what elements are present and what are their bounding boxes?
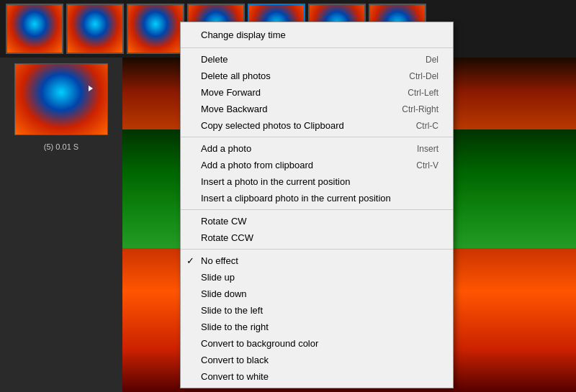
menu-item-slide-left[interactable]: Slide to the left bbox=[181, 302, 453, 319]
menu-item-no-effect-label: No effect bbox=[201, 255, 238, 266]
menu-item-no-effect[interactable]: ✓ No effect bbox=[181, 252, 453, 269]
menu-item-delete-all-label: Delete all photos bbox=[201, 70, 271, 81]
menu-item-rotate-ccw[interactable]: Rotate CCW bbox=[181, 229, 453, 246]
menu-item-copy-clipboard-shortcut: Ctrl-C bbox=[416, 121, 438, 131]
menu-item-add-from-clipboard-label: Add a photo from clipboard bbox=[201, 160, 313, 170]
separator-2 bbox=[181, 137, 453, 137]
menu-item-add-from-clipboard-shortcut: Ctrl-V bbox=[416, 160, 438, 170]
menu-item-rotate-cw-label: Rotate CW bbox=[201, 216, 247, 227]
menu-item-move-forward[interactable]: Move Forward Ctrl-Left bbox=[181, 84, 453, 101]
menu-item-delete-all[interactable]: Delete all photos Ctrl-Del bbox=[181, 68, 453, 84]
menu-item-add-from-clipboard[interactable]: Add a photo from clipboard Ctrl-V bbox=[181, 157, 453, 173]
menu-item-move-backward-shortcut: Ctrl-Right bbox=[402, 104, 438, 114]
menu-item-convert-white-label: Convert to white bbox=[201, 371, 269, 382]
thumbnail-label: (5) 0.01 S bbox=[44, 142, 78, 151]
menu-item-move-forward-shortcut: Ctrl-Left bbox=[408, 88, 438, 98]
menu-item-convert-black[interactable]: Convert to black bbox=[181, 352, 453, 368]
menu-item-slide-up[interactable]: Slide up bbox=[181, 269, 453, 286]
separator-1 bbox=[181, 47, 453, 48]
menu-item-insert-current[interactable]: Insert a photo in the current position bbox=[181, 173, 453, 190]
check-icon: ✓ bbox=[186, 255, 194, 266]
menu-item-add-photo[interactable]: Add a photo Insert bbox=[181, 140, 453, 157]
menu-item-move-backward-label: Move Backward bbox=[201, 104, 267, 114]
context-menu: Change display time Delete Del Delete al… bbox=[180, 22, 454, 388]
menu-item-insert-current-label: Insert a photo in the current position bbox=[201, 176, 350, 187]
thumbnail-3[interactable] bbox=[127, 4, 184, 54]
menu-item-delete-shortcut: Del bbox=[426, 55, 438, 65]
selected-thumbnail-preview bbox=[14, 63, 108, 135]
menu-item-delete-all-shortcut: Ctrl-Del bbox=[409, 71, 438, 81]
menu-item-insert-clipboard-current[interactable]: Insert a clipboard photo in the current … bbox=[181, 190, 453, 206]
menu-item-rotate-cw[interactable]: Rotate CW bbox=[181, 213, 453, 229]
menu-item-slide-up-label: Slide up bbox=[201, 272, 235, 283]
menu-item-change-display-time[interactable]: Change display time bbox=[181, 25, 453, 45]
menu-item-convert-bg[interactable]: Convert to background color bbox=[181, 335, 453, 352]
menu-item-add-photo-shortcut: Insert bbox=[417, 144, 438, 154]
menu-item-convert-bg-label: Convert to background color bbox=[201, 338, 318, 349]
menu-item-rotate-ccw-label: Rotate CCW bbox=[201, 232, 253, 243]
menu-item-move-backward[interactable]: Move Backward Ctrl-Right bbox=[181, 101, 453, 117]
separator-4 bbox=[181, 249, 453, 250]
separator-3 bbox=[181, 209, 453, 210]
menu-item-slide-down-label: Slide down bbox=[201, 288, 247, 299]
menu-item-copy-clipboard[interactable]: Copy selected photos to Clipboard Ctrl-C bbox=[181, 117, 453, 134]
menu-item-convert-black-label: Convert to black bbox=[201, 355, 269, 365]
menu-item-slide-right[interactable]: Slide to the right bbox=[181, 319, 453, 335]
menu-item-add-photo-label: Add a photo bbox=[201, 143, 251, 154]
left-panel: (5) 0.01 S bbox=[0, 58, 122, 392]
menu-item-slide-right-label: Slide to the right bbox=[201, 322, 269, 332]
thumbnail-2[interactable] bbox=[66, 4, 124, 54]
menu-item-slide-left-label: Slide to the left bbox=[201, 305, 263, 316]
menu-item-convert-white[interactable]: Convert to white bbox=[181, 368, 453, 385]
menu-item-delete-label: Delete bbox=[201, 54, 228, 65]
thumbnail-1[interactable] bbox=[6, 4, 63, 54]
menu-item-move-forward-label: Move Forward bbox=[201, 87, 261, 98]
menu-item-slide-down[interactable]: Slide down bbox=[181, 286, 453, 302]
cursor-icon bbox=[89, 86, 93, 91]
menu-item-delete[interactable]: Delete Del bbox=[181, 51, 453, 68]
menu-item-insert-clipboard-current-label: Insert a clipboard photo in the current … bbox=[201, 193, 391, 204]
menu-item-copy-clipboard-label: Copy selected photos to Clipboard bbox=[201, 120, 344, 131]
